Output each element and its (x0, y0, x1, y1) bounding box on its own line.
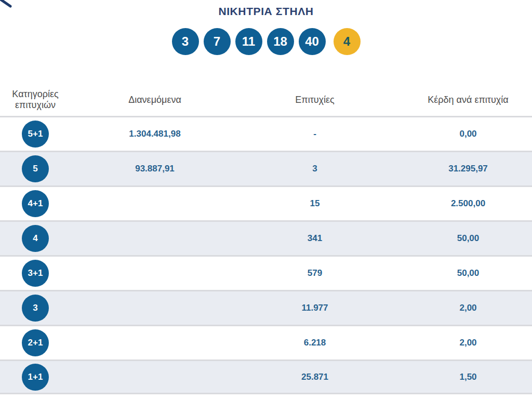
category-cell: 4+1 (0, 190, 71, 217)
table-row: 1+1 25.871 1,50 (0, 359, 532, 394)
category-cell: 5+1 (0, 121, 71, 148)
joker-number-ball: 4 (334, 28, 361, 55)
category-cell: 5 (0, 155, 71, 182)
prize-per-win-value: 50,00 (391, 268, 532, 278)
category-badge: 1+1 (22, 364, 49, 391)
winning-number-ball: 40 (299, 28, 326, 55)
prize-per-win-value: 50,00 (391, 233, 532, 244)
category-cell: 3+1 (0, 260, 71, 287)
winning-number-ball: 7 (204, 28, 231, 55)
table-header: Κατηγορίες επιτυχιών Διανεμόμενα Επιτυχί… (0, 84, 532, 116)
winning-number-ball: 18 (267, 28, 294, 55)
wins-value: 3 (239, 164, 391, 174)
table-row: 3 11.977 2,00 (0, 290, 532, 325)
table-row: 3+1 579 50,00 (0, 255, 532, 290)
prize-per-win-value: 2.500,00 (391, 198, 532, 209)
wins-value: 25.871 (239, 372, 391, 382)
prize-table: 5+1 1.304.481,98 - 0,00 5 93.887,91 3 31… (0, 116, 532, 394)
prize-per-win-value: 2,00 (391, 338, 532, 348)
distributed-value: 93.887,91 (71, 164, 239, 174)
table-row: 2+1 6.218 2,00 (0, 325, 532, 359)
back-chevron-icon[interactable] (0, 0, 15, 9)
category-badge: 4+1 (22, 190, 49, 217)
category-badge: 5+1 (22, 121, 49, 148)
column-header-categories: Κατηγορίες επιτυχιών (0, 89, 71, 111)
wins-value: 341 (239, 233, 391, 244)
wins-value: 11.977 (239, 303, 391, 313)
winning-number-ball: 3 (172, 28, 199, 55)
category-badge: 3 (22, 295, 49, 322)
winning-column-panel: ΝΙΚΗΤΡΙΑ ΣΤΗΛΗ 371118404 Κατηγορίες επιτ… (0, 0, 532, 413)
table-row: 4+1 15 2.500,00 (0, 185, 532, 220)
category-badge: 2+1 (22, 329, 49, 356)
table-row: 5+1 1.304.481,98 - 0,00 (0, 116, 532, 151)
wins-value: 579 (239, 268, 391, 278)
column-header-prize-per-win: Κέρδη ανά επιτυχία (391, 95, 532, 105)
wins-value: - (239, 129, 391, 139)
category-cell: 3 (0, 295, 71, 322)
page-title: ΝΙΚΗΤΡΙΑ ΣΤΗΛΗ (0, 0, 532, 18)
winning-number-ball: 11 (235, 28, 262, 55)
wins-value: 6.218 (239, 338, 391, 348)
category-cell: 1+1 (0, 364, 71, 391)
category-badge: 4 (22, 225, 49, 252)
category-cell: 4 (0, 225, 71, 252)
category-cell: 2+1 (0, 329, 71, 356)
prize-per-win-value: 1,50 (391, 372, 532, 382)
table-row: 5 93.887,91 3 31.295,97 (0, 151, 532, 185)
prize-per-win-value: 0,00 (391, 129, 532, 139)
distributed-value: 1.304.481,98 (71, 129, 239, 139)
prize-per-win-value: 2,00 (391, 303, 532, 313)
wins-value: 15 (239, 198, 391, 209)
category-badge: 3+1 (22, 260, 49, 287)
column-header-distributed: Διανεμόμενα (71, 95, 239, 105)
winning-numbers-row: 371118404 (0, 28, 532, 55)
table-row: 4 341 50,00 (0, 220, 532, 255)
column-header-wins: Επιτυχίες (239, 95, 391, 105)
prize-per-win-value: 31.295,97 (391, 164, 532, 174)
category-badge: 5 (22, 155, 49, 182)
